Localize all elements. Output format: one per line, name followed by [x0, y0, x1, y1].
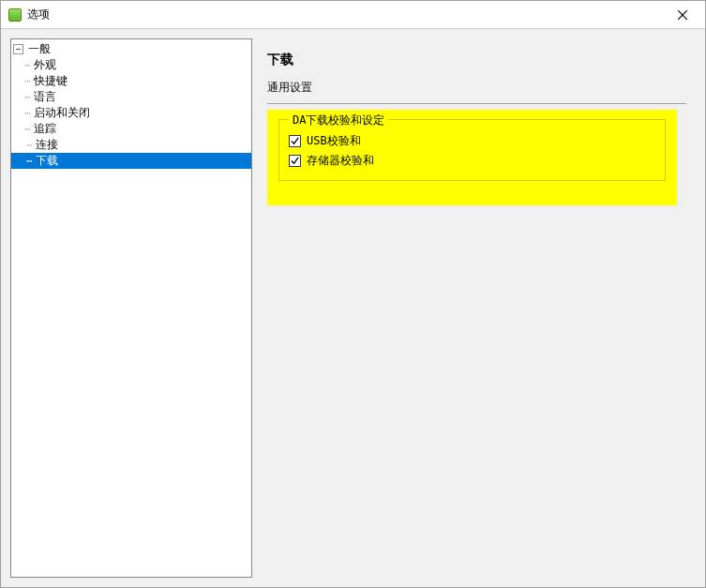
nav-tree-pane: 一般 ⋯ 外观 ⋯ — [10, 38, 252, 578]
close-button[interactable] — [664, 2, 701, 28]
storage-checksum-label: 存储器校验和 — [307, 153, 374, 169]
tree-item-download[interactable]: ⋯ 下载 — [11, 153, 251, 169]
usb-checksum-label: USB校验和 — [307, 133, 361, 149]
tree-item-startup[interactable]: ⋯ 启动和关闭 — [11, 105, 251, 121]
tree-item-connection[interactable]: ⋯ 连接 — [11, 137, 251, 153]
tree-label-download: 下载 — [34, 153, 249, 169]
tree-label-appearance: 外观 — [32, 57, 249, 73]
tree-item-shortcuts[interactable]: ⋯ 快捷键 — [11, 73, 251, 89]
tree-branch-icon: ⋯ — [24, 107, 30, 119]
groupbox-legend: DA下载校验和设定 — [289, 113, 388, 128]
storage-checksum-row[interactable]: 存储器校验和 — [289, 153, 655, 169]
tree-branch-icon: ⋯ — [24, 123, 30, 135]
window-title: 选项 — [27, 7, 50, 23]
tree-label-tracking: 追踪 — [32, 121, 249, 137]
tree-branch-icon: ⋯ — [24, 59, 30, 71]
tree-item-general[interactable]: 一般 ⋯ 外观 ⋯ — [11, 41, 251, 137]
dialog-body: 一般 ⋯ 外观 ⋯ — [1, 29, 705, 587]
options-dialog: 选项 一般 — [0, 0, 706, 588]
tree-branch-icon: ⋯ — [26, 155, 32, 167]
checkbox-icon — [289, 135, 301, 147]
tree-label-shortcuts: 快捷键 — [32, 73, 249, 89]
titlebar: 选项 — [1, 1, 705, 29]
tree-item-language[interactable]: ⋯ 语言 — [11, 89, 251, 105]
close-icon — [678, 10, 687, 20]
checkbox-icon — [289, 155, 301, 167]
divider — [267, 103, 686, 104]
page-title: 下载 — [267, 52, 686, 68]
app-icon — [8, 8, 22, 22]
subsection-title: 通用设置 — [267, 80, 686, 96]
tree-label-general: 一般 — [26, 41, 249, 57]
tree-branch-icon: ⋯ — [24, 75, 30, 87]
expand-toggle-icon[interactable] — [13, 44, 23, 54]
usb-checksum-row[interactable]: USB校验和 — [289, 133, 655, 149]
tree-item-tracking[interactable]: ⋯ 追踪 — [11, 121, 251, 137]
nav-tree: 一般 ⋯ 外观 ⋯ — [11, 41, 251, 169]
titlebar-left: 选项 — [8, 7, 50, 23]
tree-branch-icon: ⋯ — [26, 139, 32, 151]
tree-branch-icon: ⋯ — [24, 91, 30, 103]
tree-label-connection: 连接 — [34, 137, 249, 153]
checksum-groupbox: DA下载校验和设定 USB校验和 存储器校验和 — [278, 119, 666, 181]
tree-item-appearance[interactable]: ⋯ 外观 — [11, 57, 251, 73]
tree-label-language: 语言 — [32, 89, 249, 105]
checksum-highlight: DA下载校验和设定 USB校验和 存储器校验和 — [267, 110, 677, 205]
content-pane: 下载 通用设置 DA下载校验和设定 USB校验和 — [267, 38, 696, 578]
tree-label-startup: 启动和关闭 — [32, 105, 249, 121]
